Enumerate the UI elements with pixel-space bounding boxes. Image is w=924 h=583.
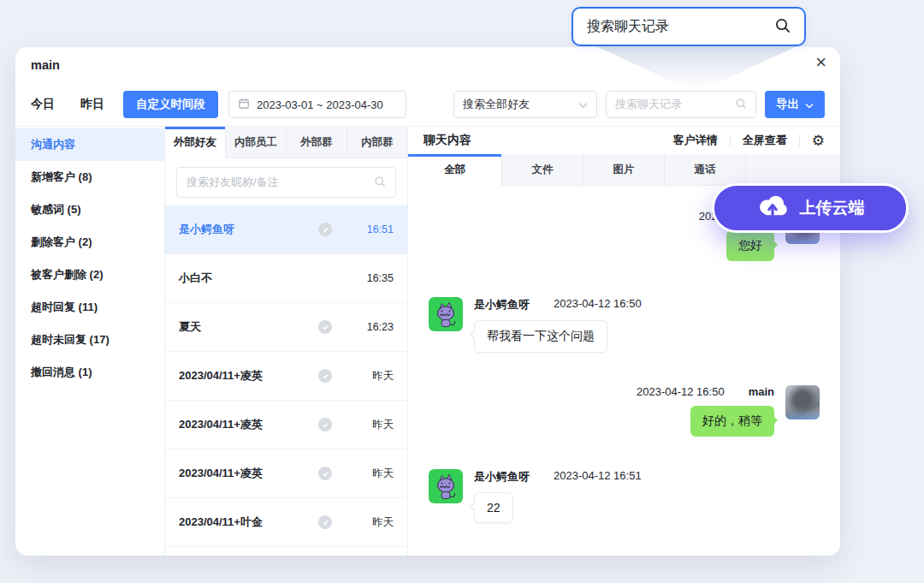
contact-time: 昨天 [356, 515, 394, 530]
divider [799, 134, 800, 146]
chat-search-input[interactable]: 搜索聊天记录 [606, 91, 756, 118]
sidebar-item-new-customers[interactable]: 新增客户 (8) [15, 161, 164, 193]
contact-tabs: 外部好友 内部员工 外部群 内部群 [165, 127, 407, 158]
contact-name: 2023/04/11+凌英 [179, 368, 318, 384]
tab-images[interactable]: 图片 [583, 154, 665, 186]
divider [730, 134, 731, 146]
chevron-down-icon [805, 98, 814, 111]
upload-to-cloud-button[interactable]: 上传云端 [712, 183, 909, 233]
customer-detail-link[interactable]: 客户详情 [673, 133, 718, 148]
message-sender: main [749, 385, 774, 398]
chat-search-placeholder: 搜索聊天记录 [615, 97, 682, 112]
cartoon-avatar [429, 469, 463, 503]
contact-name: 2023/04/11+凌英 [179, 417, 318, 432]
contact-row[interactable]: 小白不 16:35 [165, 254, 407, 303]
date-range-value: 2023-03-01 ~ 2023-04-30 [257, 98, 383, 111]
message-bubble: 您好 [726, 230, 774, 261]
contact-list: 是小鳄鱼呀 16:51 小白不 16:35 夏天 16:23 [165, 205, 407, 556]
contact-time: 昨天 [356, 467, 394, 481]
contact-time: 昨天 [356, 369, 394, 384]
chat-panel-title: 聊天内容 [424, 133, 673, 148]
contact-name: 2023/04/11+叶金 [179, 515, 318, 530]
friend-scope-select[interactable]: 搜索全部好友 [453, 91, 597, 118]
sidebar-item-sensitive-words[interactable]: 敏感词 (5) [15, 193, 164, 226]
avatar [785, 385, 820, 419]
custom-range-button[interactable]: 自定义时间段 [123, 91, 218, 118]
cloud-upload-icon [756, 194, 789, 223]
contact-time: 16:51 [356, 223, 394, 235]
check-circle-icon [318, 515, 332, 529]
search-icon [735, 98, 747, 112]
sidebar-item-recalled-messages[interactable]: 撤回消息 (1) [15, 356, 164, 389]
friend-search-placeholder: 搜索好友昵称/备注 [187, 175, 279, 190]
tab-internal-staff[interactable]: 内部员工 [226, 127, 287, 158]
contact-row[interactable]: 2023/04/11+凌英 昨天 [165, 352, 407, 401]
contact-name: 夏天 [179, 319, 318, 335]
chevron-down-icon [578, 98, 588, 111]
message-time: 2023-04-12 16:50 [554, 297, 642, 312]
chat-message: 是小鳄鱼呀 2023-04-12 16:50 帮我看一下这个问题 [429, 297, 820, 353]
check-circle-icon [318, 418, 332, 431]
friend-scope-value: 搜索全部好友 [463, 97, 530, 112]
contact-row[interactable]: 是小鳄鱼呀 16:51 [165, 205, 407, 254]
check-circle-icon [318, 467, 332, 480]
search-icon[interactable] [774, 17, 791, 37]
upload-label: 上传云端 [800, 197, 865, 219]
contact-row[interactable]: 2023/04/11+叶金 昨天 [165, 498, 407, 547]
calendar-icon [238, 98, 250, 112]
message-time: 2023-04-12 16:51 [554, 469, 642, 485]
chat-message: 是小鳄鱼呀 2023-04-12 16:51 22 [429, 469, 820, 523]
message-time: 2023-04-12 16:50 [637, 385, 725, 398]
check-circle-icon [318, 369, 332, 383]
export-button[interactable]: 导出 [765, 91, 825, 118]
screen: 搜索聊天记录 main × 今日 昨日 自定义时间段 2023-03-01 ~ … [0, 0, 924, 583]
cartoon-avatar [429, 297, 463, 331]
sidebar: 沟通内容 新增客户 (8) 敏感词 (5) 删除客户 (2) 被客户删除 (2)… [15, 127, 164, 556]
tab-external-groups[interactable]: 外部群 [287, 127, 347, 158]
contact-row[interactable]: 2023/04/11+凌英 昨天 [165, 449, 407, 498]
search-chat-callout[interactable]: 搜索聊天记录 [572, 7, 806, 46]
contact-row[interactable]: 夏天 16:23 [165, 303, 407, 352]
contact-name: 是小鳄鱼呀 [179, 222, 318, 237]
callout-search-input[interactable]: 搜索聊天记录 [587, 18, 669, 36]
gear-icon[interactable]: ⚙ [812, 132, 825, 150]
sidebar-item-overtime-no-reply[interactable]: 超时未回复 (17) [15, 324, 164, 356]
sidebar-item-deleted-by-customer[interactable]: 被客户删除 (2) [15, 259, 164, 291]
contact-time: 16:35 [356, 272, 394, 284]
contact-time: 昨天 [356, 418, 394, 432]
tab-filler [746, 154, 840, 186]
sidebar-item-communication[interactable]: 沟通内容 [15, 128, 164, 161]
check-circle-icon [318, 223, 332, 236]
export-label: 导出 [776, 97, 799, 112]
window-title: main [31, 58, 60, 72]
contact-name: 小白不 [179, 271, 318, 286]
filter-today[interactable]: 今日 [31, 97, 55, 112]
tab-external-friends[interactable]: 外部好友 [165, 127, 226, 158]
contact-time: 16:23 [356, 321, 394, 333]
message-bubble: 好的，稍等 [690, 406, 774, 437]
filter-toolbar: 今日 昨日 自定义时间段 2023-03-01 ~ 2023-04-30 搜索全… [15, 83, 840, 126]
chat-filter-tabs: 全部 文件 图片 通话 [408, 154, 840, 186]
close-icon[interactable]: × [815, 51, 826, 74]
sidebar-item-overtime-reply[interactable]: 超时回复 (11) [15, 291, 164, 324]
contact-panel: 外部好友 内部员工 外部群 内部群 搜索好友昵称/备注 是小鳄鱼呀 16:51 [164, 127, 408, 556]
tab-internal-groups[interactable]: 内部群 [347, 127, 407, 158]
tab-files[interactable]: 文件 [502, 154, 583, 186]
fullscreen-link[interactable]: 全屏查看 [743, 133, 787, 148]
date-range-input[interactable]: 2023-03-01 ~ 2023-04-30 [228, 91, 406, 118]
tab-all[interactable]: 全部 [408, 154, 502, 186]
friend-search-input[interactable]: 搜索好友昵称/备注 [176, 167, 396, 198]
search-icon [374, 175, 386, 190]
contact-name: 2023/04/11+凌英 [179, 466, 318, 481]
message-sender: 是小鳄鱼呀 [474, 469, 530, 485]
check-circle-icon [318, 320, 332, 334]
chat-message: 2023-04-12 16:50 main 好的，稍等 [429, 385, 820, 437]
chat-messages: 2023-04-12 16: 您好 是小鳄鱼呀 [408, 186, 840, 556]
sidebar-item-deleted-customers[interactable]: 删除客户 (2) [15, 226, 164, 259]
message-bubble: 22 [474, 492, 513, 523]
main-window: main × 今日 昨日 自定义时间段 2023-03-01 ~ 2023-04… [15, 47, 840, 556]
contact-row[interactable]: 2023/04/11+凌英 昨天 [165, 401, 407, 449]
message-bubble: 帮我看一下这个问题 [474, 320, 607, 353]
filter-yesterday[interactable]: 昨日 [80, 97, 104, 112]
tab-calls[interactable]: 通话 [665, 154, 746, 186]
